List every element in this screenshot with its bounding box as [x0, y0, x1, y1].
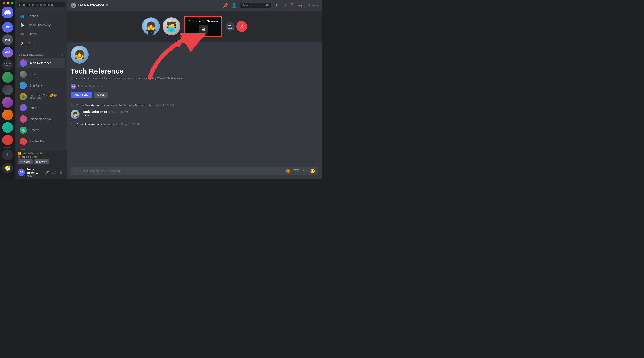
mutual-server-icon: GO8 [71, 84, 76, 89]
call-overlay-bar: 👧 🎤 🧑‍💻 Share Your Screen 🖥 ▾ [67, 11, 322, 42]
system-message-2-author: Dubs Rewatcher [76, 123, 99, 126]
jaytee4th-name: JayTee4th [30, 140, 44, 143]
dm-item-dakota[interactable]: Dakota [17, 147, 65, 150]
message-content-1: Tech Reference Today at 5:10 PM Hello [82, 110, 318, 118]
minimize-button[interactable] [7, 2, 10, 4]
gif-button[interactable]: GIF [294, 168, 300, 174]
add-friend-button[interactable]: Add Friend [71, 92, 92, 98]
close-button[interactable] [3, 2, 5, 4]
server-icon-insider-union[interactable]: INSIDER UNION [2, 60, 13, 70]
inbox-button[interactable]: 🖥 [282, 3, 286, 8]
gift-button[interactable]: 🎁 [285, 168, 292, 174]
sidebar-item-library[interactable]: 🎮 Library [17, 30, 65, 38]
download-button[interactable]: ⬇ [275, 3, 278, 8]
library-icon: 🎮 [20, 31, 25, 37]
server-icon-7[interactable] [2, 97, 13, 108]
microphone-muted-icon: 🎤 [150, 32, 152, 34]
region-label: region [298, 4, 306, 7]
thismachine237-name: thismachine237 [30, 117, 52, 121]
online-status-dot [106, 4, 108, 6]
add-server-button[interactable]: + [2, 149, 13, 160]
add-friend-header-button[interactable]: 👤 [232, 3, 236, 8]
screen-button[interactable]: 🖥 Screen [34, 160, 49, 164]
emcee-name: Emcee [30, 128, 39, 132]
username-display: Dubs Rewat... [27, 168, 42, 174]
server-icon-drs[interactable]: DRs [2, 34, 13, 45]
maximize-button[interactable] [11, 2, 14, 4]
server-icon-go8[interactable]: GO8 [2, 47, 13, 58]
server-sidebar: SW DRs GO8 INSIDER UNION + 🧭 [0, 0, 15, 179]
dm-item-tech-reference[interactable]: Tech Reference [17, 58, 65, 68]
mute-button[interactable]: 🎤 [44, 169, 50, 176]
sidebar-item-friends[interactable]: 👥 Friends [17, 12, 65, 20]
voice-connected-user: @Tech Reference [18, 156, 64, 158]
message-group-1: 👧 Tech Reference Today at 5:10 PM Hello [71, 110, 318, 119]
dm-item-madde[interactable]: MaddE [17, 102, 65, 113]
intro-action-buttons: Add Friend Block [71, 92, 318, 98]
share-screen-button[interactable]: 🖥 [198, 25, 208, 34]
system-message-1-text: started a call that lasted a few seconds… [101, 104, 152, 107]
server-icon-5[interactable] [2, 72, 13, 83]
dm-item-posh[interactable]: Posh [17, 69, 65, 80]
nitro-label: Nitro [28, 41, 34, 45]
server-icon-10[interactable] [2, 134, 13, 145]
voice-connected-bar: 📶 Voice Connected @Tech Reference 📹 Vide… [15, 150, 67, 166]
share-screen-dropdown[interactable]: ▾ [219, 32, 220, 36]
explore-button[interactable]: 🧭 [2, 163, 13, 174]
jaytee4th-avatar: 🎮 [20, 138, 27, 145]
system-message-2-time: Today at 5:10 PM [121, 123, 140, 126]
dakota-avatar [20, 149, 27, 150]
friends-label: Friends [28, 14, 38, 18]
voice-connected-label: Voice Connected [22, 152, 44, 155]
direct-messages-label: DIRECT MESSAGES [19, 54, 44, 56]
chevron-down-icon: ▾ [317, 4, 318, 7]
end-call-button[interactable]: ✕ [236, 21, 247, 32]
settings-button[interactable]: ⚙ [58, 169, 64, 176]
phone-icon: 📞 [71, 103, 75, 107]
server-icon-6[interactable] [2, 84, 13, 95]
deafen-button[interactable]: 🎧 [51, 169, 57, 176]
help-button[interactable]: ❓ [290, 3, 294, 8]
sidebar-item-nitro[interactable]: ⚡ Nitro [17, 38, 65, 48]
gif-label: GIF [294, 170, 300, 173]
message-time-1: Today at 5:10 PM [109, 111, 128, 113]
dm-item-starfahx[interactable]: StarFahx [17, 80, 65, 91]
server-icon-8[interactable] [2, 110, 13, 120]
voice-action-buttons: 📹 Video 🖥 Screen [18, 160, 64, 164]
pin-button[interactable]: 📌 [223, 3, 228, 8]
header-actions: 📌 👤 🔍 ⬇ 🖥 ❓ region US East ▾ [223, 3, 318, 8]
call-controls: 📷 ▾ ✕ [226, 21, 247, 32]
dm-item-thismachine237[interactable]: thismachine237 [17, 114, 65, 124]
share-screen-label: Share Your Screen [188, 19, 218, 23]
server-icon-sw[interactable]: SW [2, 22, 13, 33]
input-action-buttons: 🎁 GIF 🏷 😊 [285, 168, 316, 174]
discord-home-button[interactable] [2, 7, 13, 18]
sidebar-item-stage-discovery[interactable]: 📡 Stage Discovery [17, 20, 65, 30]
intro-description: This is the beginning of your direct mes… [71, 76, 318, 80]
system-message-2: 📞 Dubs Rewatcher started a call. Today a… [71, 122, 318, 126]
find-conversation-input[interactable] [18, 2, 65, 8]
search-input[interactable] [242, 4, 265, 7]
dm-item-sipsone-dlog[interactable]: 🐻 Sipsone-Dlog 🌈🐻 Playing Raft [17, 91, 65, 102]
dm-nav: 👥 Friends 📡 Stage Discovery 🎮 Library ⚡ … [15, 10, 67, 49]
server-divider [4, 20, 11, 20]
block-button[interactable]: Block [94, 92, 108, 98]
user-avatar: DR [18, 169, 25, 176]
camera-dropdown-button[interactable]: ▾ [232, 27, 236, 31]
chat-title-area: @ Tech Reference [71, 3, 220, 8]
emoji-button[interactable]: 😊 [310, 168, 316, 174]
voice-connected-status: 📶 Voice Connected [18, 152, 64, 155]
message-input[interactable] [82, 167, 284, 175]
add-attachment-button[interactable]: + [73, 168, 80, 175]
video-button[interactable]: 📹 Video [18, 160, 33, 164]
intro-desc-start: This is the beginning of your direct mes… [71, 76, 155, 80]
dm-item-emcee[interactable]: 🐴 Emcee [17, 125, 65, 136]
server-icon-9[interactable] [2, 122, 13, 133]
dm-item-jaytee4th[interactable]: 🎮 JayTee4th [17, 136, 65, 147]
add-dm-button[interactable]: + [61, 53, 64, 57]
madde-name: MaddE [30, 106, 39, 110]
sticker-button[interactable]: 🏷 [302, 168, 308, 174]
user-panel-controls: 🎤 🎧 ⚙ [44, 169, 64, 176]
system-message-2-text: started a call. [101, 123, 118, 126]
server-divider-2 [4, 147, 11, 148]
